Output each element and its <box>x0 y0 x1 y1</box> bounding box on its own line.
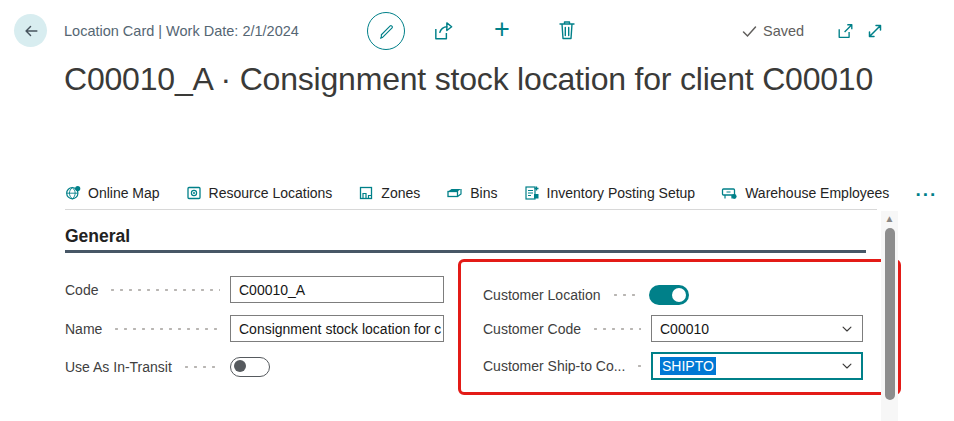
chevron-down-icon[interactable] <box>840 322 854 336</box>
delete-button[interactable] <box>557 19 577 41</box>
save-status-label: Saved <box>763 23 804 39</box>
field-row-code: Code C00010_A <box>65 276 444 303</box>
action-inventory-posting-setup[interactable]: Inventory Posting Setup <box>524 185 696 201</box>
back-icon <box>22 22 40 40</box>
new-button[interactable]: + <box>494 16 510 43</box>
zones-icon <box>358 185 374 201</box>
dot-leader <box>611 293 639 297</box>
scroll-up-icon[interactable]: ▲ <box>884 213 895 224</box>
dot-leader <box>591 327 641 331</box>
page-caption: Location Card | Work Date: 2/1/2024 <box>64 23 299 39</box>
action-online-map-label: Online Map <box>88 185 160 201</box>
action-bar: Online Map Resource Locations Zones Bins… <box>65 177 877 210</box>
use-as-in-transit-toggle[interactable] <box>230 357 270 377</box>
action-warehouse-employees[interactable]: Warehouse Employees <box>721 185 889 201</box>
warehouse-employees-icon <box>721 185 738 201</box>
code-label: Code <box>65 282 98 298</box>
field-row-customer-location: Customer Location <box>483 281 863 308</box>
more-actions-button[interactable]: ... <box>915 179 937 207</box>
code-input[interactable]: C00010_A <box>230 276 444 303</box>
section-divider <box>65 250 866 253</box>
popout-button[interactable] <box>836 22 855 40</box>
save-status: Saved <box>742 23 804 39</box>
share-icon <box>432 20 455 42</box>
customer-ship-to-code-label: Customer Ship-to Co... <box>483 358 625 374</box>
dot-leader <box>108 288 220 292</box>
page-title: C00010_A · Consignment stock location fo… <box>64 57 886 101</box>
action-bins-label: Bins <box>470 185 497 201</box>
resize-icon <box>865 21 885 41</box>
dot-leader <box>635 364 641 368</box>
action-inventory-posting-setup-label: Inventory Posting Setup <box>547 185 696 201</box>
plus-icon: + <box>494 16 510 43</box>
online-map-icon <box>65 185 81 201</box>
customer-code-value: C00010 <box>660 321 709 337</box>
customer-code-label: Customer Code <box>483 321 581 337</box>
vertical-scrollbar[interactable]: ▲ <box>881 211 898 421</box>
action-bins[interactable]: Bins <box>446 185 497 201</box>
name-input[interactable]: Consignment stock location for c <box>230 315 444 342</box>
section-heading-general[interactable]: General <box>65 226 130 247</box>
toggle-knob <box>234 360 246 372</box>
use-as-in-transit-label: Use As In-Transit <box>65 359 172 375</box>
customer-location-label: Customer Location <box>483 287 601 303</box>
customer-ship-to-code-value: SHIPTO <box>660 357 716 375</box>
action-online-map[interactable]: Online Map <box>65 185 160 201</box>
action-resource-locations-label: Resource Locations <box>209 185 333 201</box>
customer-ship-to-code-combobox[interactable]: SHIPTO <box>651 352 863 380</box>
field-row-name: Name Consignment stock location for c <box>65 315 444 342</box>
field-row-customer-ship-to-code: Customer Ship-to Co... SHIPTO <box>483 352 863 379</box>
chevron-down-icon[interactable] <box>840 359 854 373</box>
resource-locations-icon <box>186 185 202 201</box>
check-icon <box>742 25 757 38</box>
action-zones-label: Zones <box>381 185 420 201</box>
field-row-customer-code: Customer Code C00010 <box>483 315 863 342</box>
action-zones[interactable]: Zones <box>358 185 420 201</box>
dot-leader <box>112 327 220 331</box>
scrollbar-thumb[interactable] <box>885 228 895 400</box>
action-warehouse-employees-label: Warehouse Employees <box>745 185 889 201</box>
share-button[interactable] <box>432 20 455 42</box>
edit-button[interactable] <box>367 12 405 50</box>
expand-button[interactable] <box>865 21 885 41</box>
dot-leader <box>182 365 220 369</box>
inventory-posting-setup-icon <box>524 185 540 201</box>
bins-icon <box>446 185 463 201</box>
action-resource-locations[interactable]: Resource Locations <box>186 185 333 201</box>
field-row-use-as-in-transit: Use As In-Transit <box>65 353 444 380</box>
pencil-icon <box>377 22 396 41</box>
customer-code-combobox[interactable]: C00010 <box>651 315 863 342</box>
trash-icon <box>557 19 577 41</box>
back-button[interactable] <box>14 14 47 47</box>
popout-icon <box>836 22 855 40</box>
toggle-knob <box>672 288 686 302</box>
customer-location-toggle[interactable] <box>649 285 689 305</box>
name-label: Name <box>65 321 102 337</box>
